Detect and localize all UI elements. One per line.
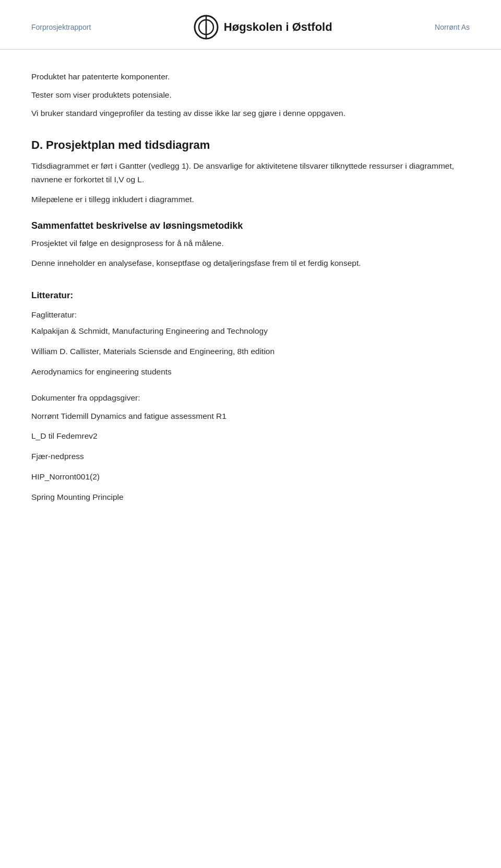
header-left-label: Forprosjektrapport (31, 23, 91, 31)
litteratur-heading: Litteratur: (31, 290, 470, 301)
intro-line2: Tester som viser produktets potensiale. (31, 89, 470, 102)
page: Forprosjektrapport i Høgskolen i Østfold… (0, 0, 501, 868)
svg-text:i: i (205, 22, 207, 32)
faglitteratur-label: Faglitteratur: (31, 310, 470, 320)
ref-item-2: Aerodynamics for engineering students (31, 366, 470, 379)
logo-icon: i (194, 15, 219, 40)
section-d-heading: D. Prosjektplan med tidsdiagram (31, 138, 470, 152)
header: Forprosjektrapport i Høgskolen i Østfold… (0, 0, 501, 50)
header-right-label: Norrønt As (435, 23, 470, 31)
intro-line1: Produktet har patenterte komponenter. (31, 71, 470, 84)
section-sammenfattet-paragraph2: Denne inneholder en analysefase, konsept… (31, 256, 470, 270)
section-d-paragraph2: Milepælene er i tillegg inkludert i diag… (31, 193, 470, 206)
doc-item-0: Norrønt Tidemill Dynamics and fatigue as… (31, 410, 470, 423)
ref-item-1: William D. Callister, Materials Sciensde… (31, 345, 470, 358)
intro-line3: Vi bruker standard vingeprofiler da test… (31, 107, 470, 120)
dokumenter-label: Dokumenter fra oppdagsgiver: (31, 393, 470, 403)
doc-item-3: HIP_Norront001(2) (31, 471, 470, 484)
section-sammenfattet-heading: Sammenfattet beskrivelse av løsningsmeto… (31, 220, 470, 231)
doc-item-1: L_D til Fedemrev2 (31, 430, 470, 443)
section-d-paragraph1: Tidsdiagrammet er ført i Gantter (vedleg… (31, 159, 470, 186)
main-content: Produktet har patenterte komponenter. Te… (0, 50, 501, 532)
header-logo: i Høgskolen i Østfold (194, 15, 332, 40)
doc-item-4: Spring Mounting Principle (31, 491, 470, 504)
ref-item-0: Kalpakijan & Schmidt, Manufacturing Engi… (31, 325, 470, 338)
logo-text: Høgskolen i Østfold (224, 20, 332, 34)
doc-item-2: Fjær-nedpress (31, 450, 470, 463)
section-sammenfattet-paragraph1: Prosjektet vil følge en designprosess fo… (31, 237, 470, 250)
intro-block: Produktet har patenterte komponenter. Te… (31, 71, 470, 120)
